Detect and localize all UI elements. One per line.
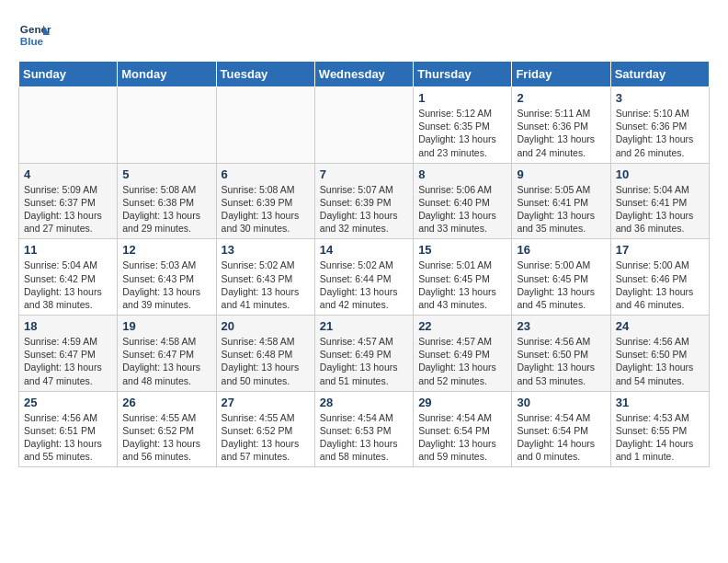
cell-info: Daylight: 13 hours and 43 minutes. — [418, 285, 506, 311]
cell-info: Daylight: 13 hours and 24 minutes. — [517, 132, 605, 158]
calendar-cell: 2Sunrise: 5:11 AMSunset: 6:36 PMDaylight… — [512, 87, 610, 164]
calendar-cell: 10Sunrise: 5:04 AMSunset: 6:41 PMDayligh… — [610, 163, 709, 239]
cell-info: Sunset: 6:54 PM — [418, 424, 506, 437]
cell-info: Sunrise: 5:11 AM — [517, 107, 605, 120]
cell-info: Sunrise: 5:00 AM — [517, 259, 605, 271]
cell-info: Sunrise: 4:57 AM — [418, 335, 506, 348]
weekday-header-monday: Monday — [118, 62, 216, 87]
cell-info: Sunset: 6:52 PM — [122, 424, 210, 437]
day-number: 8 — [418, 167, 506, 181]
calendar-cell: 31Sunrise: 4:53 AMSunset: 6:55 PMDayligh… — [610, 391, 709, 467]
calendar-cell: 22Sunrise: 4:57 AMSunset: 6:49 PMDayligh… — [414, 316, 512, 392]
cell-info: Sunset: 6:41 PM — [517, 196, 605, 209]
calendar-cell: 14Sunrise: 5:02 AMSunset: 6:44 PMDayligh… — [314, 239, 413, 316]
cell-info: Daylight: 13 hours and 30 minutes. — [222, 209, 310, 235]
calendar-cell: 24Sunrise: 4:56 AMSunset: 6:50 PMDayligh… — [610, 316, 709, 392]
cell-info: Sunset: 6:50 PM — [517, 348, 605, 361]
cell-info: Daylight: 13 hours and 58 minutes. — [320, 437, 408, 463]
cell-info: Daylight: 13 hours and 36 minutes. — [616, 209, 704, 235]
cell-info: Daylight: 14 hours and 1 minute. — [616, 437, 704, 463]
day-number: 13 — [222, 243, 310, 257]
cell-info: Daylight: 13 hours and 35 minutes. — [517, 209, 605, 235]
calendar-cell: 4Sunrise: 5:09 AMSunset: 6:37 PMDaylight… — [19, 163, 118, 239]
calendar-cell — [216, 87, 314, 164]
calendar-cell: 6Sunrise: 5:08 AMSunset: 6:39 PMDaylight… — [216, 163, 314, 239]
cell-info: Daylight: 13 hours and 55 minutes. — [24, 437, 112, 463]
cell-info: Sunrise: 5:02 AM — [222, 259, 310, 271]
cell-info: Sunset: 6:39 PM — [320, 196, 408, 209]
cell-info: Sunset: 6:49 PM — [418, 348, 506, 361]
cell-info: Sunrise: 5:04 AM — [616, 183, 704, 196]
day-number: 28 — [320, 396, 408, 409]
day-number: 29 — [418, 396, 506, 409]
cell-info: Sunrise: 4:55 AM — [122, 411, 210, 424]
cell-info: Sunrise: 4:57 AM — [320, 335, 408, 348]
calendar-cell: 16Sunrise: 5:00 AMSunset: 6:45 PMDayligh… — [512, 239, 610, 316]
cell-info: Sunset: 6:48 PM — [222, 348, 310, 361]
cell-info: Sunset: 6:36 PM — [517, 120, 605, 132]
cell-info: Daylight: 13 hours and 47 minutes. — [24, 361, 112, 386]
cell-info: Sunrise: 5:12 AM — [418, 107, 506, 120]
weekday-header-row: SundayMondayTuesdayWednesdayThursdayFrid… — [19, 62, 710, 87]
day-number: 31 — [616, 396, 704, 409]
cell-info: Daylight: 13 hours and 50 minutes. — [222, 361, 310, 386]
weekday-header-thursday: Thursday — [414, 62, 512, 87]
cell-info: Sunset: 6:43 PM — [222, 272, 310, 285]
cell-info: Sunset: 6:50 PM — [616, 348, 704, 361]
calendar-week-row: 1Sunrise: 5:12 AMSunset: 6:35 PMDaylight… — [19, 87, 710, 164]
cell-info: Sunrise: 4:56 AM — [24, 411, 112, 424]
calendar-cell: 25Sunrise: 4:56 AMSunset: 6:51 PMDayligh… — [19, 391, 118, 467]
cell-info: Sunset: 6:54 PM — [517, 424, 605, 437]
weekday-header-friday: Friday — [512, 62, 610, 87]
cell-info: Daylight: 13 hours and 52 minutes. — [418, 361, 506, 386]
day-number: 1 — [418, 91, 506, 105]
calendar-cell: 3Sunrise: 5:10 AMSunset: 6:36 PMDaylight… — [610, 87, 709, 164]
day-number: 30 — [517, 396, 605, 409]
logo-icon: General Blue — [18, 18, 51, 52]
weekday-header-sunday: Sunday — [19, 62, 118, 87]
cell-info: Sunrise: 5:04 AM — [24, 259, 112, 271]
cell-info: Sunset: 6:43 PM — [122, 272, 210, 285]
cell-info: Sunrise: 4:58 AM — [122, 335, 210, 348]
cell-info: Daylight: 14 hours and 0 minutes. — [517, 437, 605, 463]
day-number: 12 — [122, 243, 210, 257]
cell-info: Daylight: 13 hours and 54 minutes. — [616, 361, 704, 386]
day-number: 10 — [616, 167, 704, 181]
cell-info: Daylight: 13 hours and 48 minutes. — [122, 361, 210, 386]
cell-info: Sunrise: 4:54 AM — [517, 411, 605, 424]
cell-info: Sunrise: 5:05 AM — [517, 183, 605, 196]
weekday-header-wednesday: Wednesday — [314, 62, 413, 87]
calendar-cell: 30Sunrise: 4:54 AMSunset: 6:54 PMDayligh… — [512, 391, 610, 467]
calendar-cell: 7Sunrise: 5:07 AMSunset: 6:39 PMDaylight… — [314, 163, 413, 239]
day-number: 20 — [222, 319, 310, 333]
cell-info: Daylight: 13 hours and 29 minutes. — [122, 209, 210, 235]
cell-info: Daylight: 13 hours and 57 minutes. — [222, 437, 310, 463]
cell-info: Daylight: 13 hours and 51 minutes. — [320, 361, 408, 386]
cell-info: Sunrise: 4:54 AM — [418, 411, 506, 424]
calendar-cell: 9Sunrise: 5:05 AMSunset: 6:41 PMDaylight… — [512, 163, 610, 239]
cell-info: Daylight: 13 hours and 26 minutes. — [616, 132, 704, 158]
cell-info: Sunset: 6:46 PM — [616, 272, 704, 285]
calendar-cell: 26Sunrise: 4:55 AMSunset: 6:52 PMDayligh… — [118, 391, 216, 467]
cell-info: Sunrise: 5:00 AM — [616, 259, 704, 271]
cell-info: Sunrise: 5:02 AM — [320, 259, 408, 271]
day-number: 26 — [122, 396, 210, 409]
cell-info: Sunrise: 4:54 AM — [320, 411, 408, 424]
cell-info: Sunrise: 5:08 AM — [222, 183, 310, 196]
day-number: 17 — [616, 243, 704, 257]
day-number: 19 — [122, 319, 210, 333]
cell-info: Sunset: 6:47 PM — [122, 348, 210, 361]
cell-info: Sunset: 6:40 PM — [418, 196, 506, 209]
svg-text:Blue: Blue — [20, 35, 44, 47]
calendar-cell: 29Sunrise: 4:54 AMSunset: 6:54 PMDayligh… — [414, 391, 512, 467]
calendar-cell — [314, 87, 413, 164]
day-number: 7 — [320, 167, 408, 181]
weekday-header-tuesday: Tuesday — [216, 62, 314, 87]
cell-info: Sunset: 6:37 PM — [24, 196, 112, 209]
cell-info: Sunset: 6:55 PM — [616, 424, 704, 437]
day-number: 2 — [517, 91, 605, 105]
calendar-cell: 12Sunrise: 5:03 AMSunset: 6:43 PMDayligh… — [118, 239, 216, 316]
cell-info: Sunset: 6:36 PM — [616, 120, 704, 132]
cell-info: Sunrise: 4:56 AM — [517, 335, 605, 348]
day-number: 24 — [616, 319, 704, 333]
